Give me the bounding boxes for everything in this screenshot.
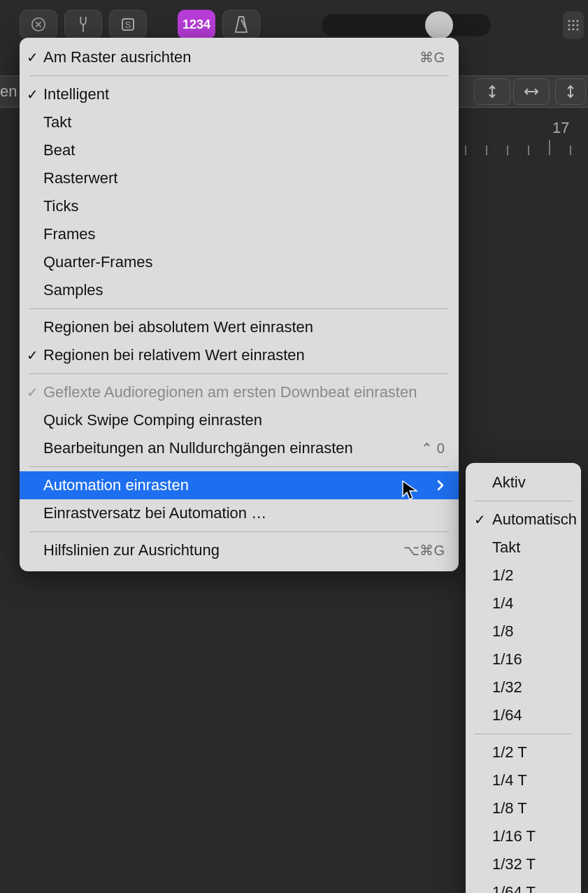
menu-separator: [29, 531, 449, 532]
menu-item-snapmode-5[interactable]: Frames: [20, 220, 459, 248]
menu-item-label: Beat: [43, 141, 75, 159]
horizontal-zoom-button[interactable]: [513, 78, 550, 105]
submenu-item-division-6[interactable]: 1/32: [466, 673, 581, 701]
close-tool-button[interactable]: [20, 10, 57, 39]
menu-item-label: 1/8: [492, 622, 514, 641]
check-icon: ✓: [27, 86, 38, 103]
menu-separator: [29, 308, 449, 309]
vertical-auto-zoom-button[interactable]: [555, 78, 586, 105]
menu-item-snapmode-4[interactable]: Ticks: [20, 192, 459, 220]
menu-item-label: Quick Swipe Comping einrasten: [43, 411, 262, 429]
menu-item-label: Am Raster ausrichten: [43, 48, 192, 66]
submenu-item-triplet-0[interactable]: 1/2 T: [466, 738, 581, 766]
menu-shortcut: ⌥⌘G: [403, 542, 445, 559]
submenu-item-division-4[interactable]: 1/8: [466, 617, 581, 645]
check-icon: ✓: [474, 511, 486, 528]
menu-item-label: 1/4 T: [492, 771, 527, 790]
bar-number-label: 17: [552, 119, 569, 137]
menu-item-alignment-guides[interactable]: Hilfslinien zur Ausrichtung ⌥⌘G: [20, 536, 459, 564]
menu-item-automation-snap[interactable]: Automation einrasten: [20, 471, 459, 499]
bar-numbers-button[interactable]: 1234: [178, 10, 215, 39]
menu-item-snap-to-grid[interactable]: ✓ Am Raster ausrichten ⌘G: [20, 43, 459, 71]
submenu-item-division-1[interactable]: Takt: [466, 534, 581, 562]
menu-item-audio-snap-0: ✓Geflexte Audioregionen am ersten Downbe…: [20, 378, 459, 406]
menu-item-label: Hilfslinien zur Ausrichtung: [43, 541, 220, 559]
menu-item-label: Takt: [43, 113, 71, 131]
chevron-right-icon: [436, 479, 445, 492]
svg-point-9: [568, 28, 570, 30]
automation-snap-submenu: Aktiv ✓AutomatischTakt1/21/41/81/161/321…: [466, 463, 581, 893]
svg-point-4: [572, 20, 574, 22]
menu-item-snapmode-1[interactable]: Takt: [20, 108, 459, 136]
menu-item-audio-snap-1[interactable]: Quick Swipe Comping einrasten: [20, 406, 459, 434]
menu-item-label: 1/2 T: [492, 743, 527, 762]
menu-item-label: Regionen bei absolutem Wert einrasten: [43, 318, 313, 336]
zoom-slider-knob[interactable]: [425, 11, 453, 39]
menu-item-label: Regionen bei relativem Wert einrasten: [43, 346, 305, 364]
check-icon: ✓: [27, 384, 38, 401]
menu-item-label: Samples: [43, 281, 103, 299]
menu-separator: [29, 76, 449, 76]
menu-item-label: Takt: [492, 538, 520, 557]
metronome-button[interactable]: [222, 10, 260, 39]
menu-separator: [29, 466, 449, 467]
submenu-item-division-0[interactable]: ✓Automatisch: [466, 506, 581, 534]
submenu-item-triplet-4[interactable]: 1/32 T: [466, 850, 581, 878]
menu-item-snapmode-3[interactable]: Rasterwert: [20, 164, 459, 192]
svg-point-5: [576, 20, 578, 22]
menu-item-label: 1/4: [492, 594, 514, 613]
svg-point-7: [572, 24, 574, 26]
submenu-item-division-5[interactable]: 1/16: [466, 645, 581, 673]
menu-item-label: 1/2: [492, 566, 514, 585]
submenu-item-triplet-2[interactable]: 1/8 T: [466, 794, 581, 822]
menu-item-label: Rasterwert: [43, 169, 117, 187]
svg-point-3: [568, 20, 570, 22]
menu-item-label: Automatisch: [492, 510, 577, 529]
menu-item-audio-snap-2[interactable]: Bearbeitungen an Nulldurchgängen einrast…: [20, 434, 459, 462]
submenu-item-division-7[interactable]: 1/64: [466, 701, 581, 729]
menu-item-snapmode-7[interactable]: Samples: [20, 276, 459, 304]
zoom-slider-track[interactable]: [322, 14, 491, 36]
bar-numbers-label: 1234: [182, 17, 210, 32]
svg-point-11: [576, 28, 578, 30]
menu-item-label: 1/16 T: [492, 827, 536, 845]
submenu-item-division-2[interactable]: 1/2: [466, 562, 581, 590]
submenu-item-triplet-5[interactable]: 1/64 T: [466, 878, 581, 893]
menu-item-label: Ticks: [43, 197, 79, 215]
menu-item-region-snap-1[interactable]: ✓Regionen bei relativem Wert einrasten: [20, 341, 459, 369]
menu-shortcut: ⌃ 0: [421, 440, 445, 457]
menu-separator: [474, 734, 573, 734]
menu-item-snapmode-6[interactable]: Quarter-Frames: [20, 248, 459, 276]
menu-item-label: 1/16: [492, 650, 522, 669]
menu-item-automation-offset[interactable]: Einrastversatz bei Automation …: [20, 499, 459, 527]
svg-point-10: [572, 28, 574, 30]
menu-item-snapmode-2[interactable]: Beat: [20, 136, 459, 164]
svg-point-8: [576, 24, 578, 26]
svg-text:S: S: [125, 20, 131, 30]
submenu-item-aktiv[interactable]: Aktiv: [466, 469, 581, 496]
ruler-ticks: [465, 136, 588, 155]
svg-point-6: [568, 24, 570, 26]
menu-item-snapmode-0[interactable]: ✓Intelligent: [20, 80, 459, 108]
check-icon: ✓: [27, 347, 38, 364]
vertical-zoom-button[interactable]: [474, 78, 510, 105]
menu-item-label: 1/8 T: [492, 799, 527, 817]
grid-menu-button[interactable]: [563, 11, 584, 39]
menu-item-region-snap-0[interactable]: Regionen bei absolutem Wert einrasten: [20, 313, 459, 341]
menu-item-label: 1/64: [492, 706, 522, 724]
menu-item-label: Geflexte Audioregionen am ersten Downbea…: [43, 383, 417, 401]
menu-item-label: Frames: [43, 225, 96, 243]
menu-item-label: Bearbeitungen an Nulldurchgängen einrast…: [43, 439, 353, 457]
submenu-item-division-3[interactable]: 1/4: [466, 590, 581, 617]
solo-button[interactable]: S: [109, 10, 147, 39]
tuning-fork-button[interactable]: [64, 10, 102, 39]
menu-item-label: 1/32 T: [492, 855, 536, 873]
menu-item-label: Aktiv: [492, 473, 526, 492]
check-icon: ✓: [27, 49, 38, 66]
submenu-item-triplet-3[interactable]: 1/16 T: [466, 822, 581, 850]
submenu-item-triplet-1[interactable]: 1/4 T: [466, 766, 581, 794]
menu-separator: [29, 373, 449, 374]
menu-item-label: 1/64 T: [492, 883, 536, 893]
menu-item-label: Quarter-Frames: [43, 253, 152, 271]
menu-item-label: Automation einrasten: [43, 476, 189, 494]
